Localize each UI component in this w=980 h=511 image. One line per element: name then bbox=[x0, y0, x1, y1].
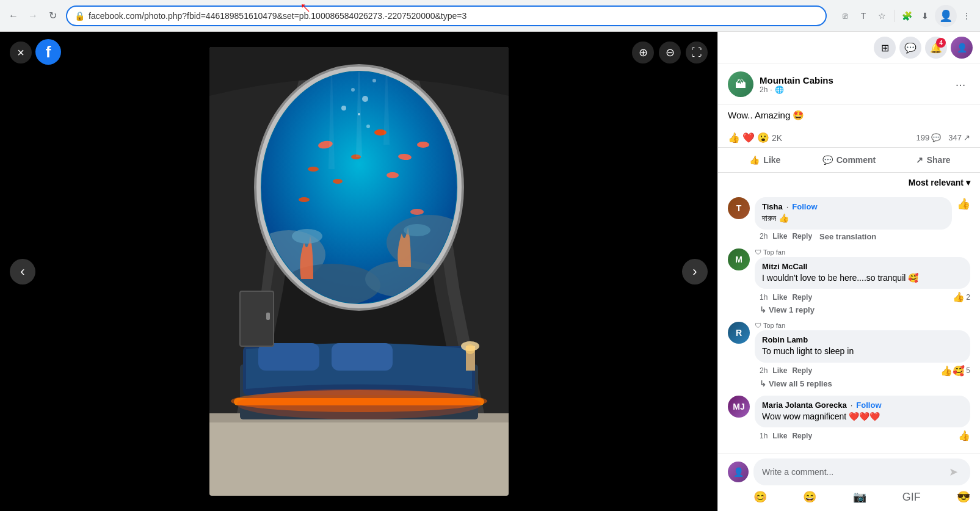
photo-svg bbox=[209, 47, 509, 496]
notifications-button[interactable]: 🔔 4 bbox=[925, 37, 947, 59]
svg-point-41 bbox=[465, 344, 475, 354]
like-reaction-icon: 👍 bbox=[728, 132, 740, 143]
comment-button[interactable]: 💬 Comment bbox=[807, 150, 891, 170]
tisha-see-translation[interactable]: See translation bbox=[819, 232, 876, 241]
browser-nav-buttons: ← → ↻ bbox=[5, 7, 61, 24]
photo-viewer: × f ⊕ ⊖ ⛶ ‹ bbox=[0, 32, 717, 511]
mitzi-name[interactable]: Mitzi McCall bbox=[762, 262, 807, 271]
page-avatar-icon: 🏔 bbox=[735, 78, 746, 91]
apps-button[interactable]: ⊞ bbox=[874, 37, 896, 59]
robin-view-replies[interactable]: ↳ View all 5 replies bbox=[755, 379, 970, 388]
like-button-label: Like bbox=[763, 155, 780, 165]
robin-reaction-number: 5 bbox=[966, 366, 970, 375]
address-bar-input[interactable] bbox=[89, 11, 818, 21]
forward-button[interactable]: → bbox=[24, 7, 42, 24]
bookmark-button[interactable]: ☆ bbox=[873, 7, 890, 24]
comment-robin: R 🛡 Top fan Robin Lamb To much light to … bbox=[728, 322, 970, 388]
post-info: Mountain Cabins 2h · 🌐 bbox=[760, 75, 945, 94]
share-count[interactable]: 347 ↗ bbox=[948, 133, 970, 142]
mitzi-comment-text: I wouldn't love to be here....so tranqui… bbox=[762, 272, 963, 284]
wow-reaction-icon: 😮 bbox=[757, 132, 769, 143]
reaction-count[interactable]: 2K bbox=[772, 133, 782, 143]
top-fan-label: Top fan bbox=[763, 248, 785, 256]
like-button[interactable]: 👍 Like bbox=[723, 150, 807, 170]
robin-avatar[interactable]: R bbox=[728, 322, 750, 344]
comment-count[interactable]: 199 💬 bbox=[916, 133, 942, 142]
divider bbox=[894, 10, 895, 22]
prev-photo-button[interactable]: ‹ bbox=[10, 259, 35, 284]
refresh-button[interactable]: ↻ bbox=[44, 7, 61, 24]
tisha-reply-btn[interactable]: Reply bbox=[792, 232, 812, 241]
emoji-faces-tool[interactable]: 😊 bbox=[753, 490, 767, 504]
emoji-smile-tool[interactable]: 😄 bbox=[803, 490, 816, 504]
comment-icon: 💬 bbox=[931, 133, 941, 142]
extensions-button[interactable]: 🧩 bbox=[898, 7, 915, 24]
mitzi-reaction-emoji: 👍 bbox=[953, 291, 965, 303]
robin-comment-actions: 2h Like Reply 👍🥰 5 bbox=[755, 365, 970, 377]
zoom-in-button[interactable]: ⊕ bbox=[632, 42, 654, 63]
menu-button[interactable]: ⋮ bbox=[958, 7, 975, 24]
maria-name[interactable]: Maria Jolanta Gorecka bbox=[762, 400, 847, 410]
address-bar-container[interactable]: 🔒 bbox=[66, 5, 827, 26]
current-user-avatar: 👤 bbox=[728, 462, 749, 482]
reactions-row: 👍 ❤️ 😮 2K 199 💬 347 ↗ bbox=[718, 128, 980, 148]
svg-point-20 bbox=[387, 172, 399, 178]
robin-reply-btn[interactable]: Reply bbox=[792, 366, 812, 375]
post-text: Wow.. Amazing 🤩 bbox=[718, 105, 980, 128]
post-header: 🏔 Mountain Cabins 2h · 🌐 ··· bbox=[718, 64, 980, 105]
send-comment-button[interactable]: ➤ bbox=[945, 463, 962, 480]
photo-controls: ⊕ ⊖ ⛶ bbox=[632, 42, 708, 63]
tisha-reaction: 👍 bbox=[957, 197, 970, 241]
cast-button[interactable]: ⎚ bbox=[837, 7, 854, 24]
robin-name[interactable]: Robin Lamb bbox=[762, 335, 808, 344]
tisha-time: 2h bbox=[760, 232, 768, 241]
user-profile-button[interactable]: 👤 bbox=[951, 37, 973, 59]
comment-button-label: Comment bbox=[837, 155, 876, 165]
share-button[interactable]: ↗ Share bbox=[891, 150, 975, 170]
zoom-out-button[interactable]: ⊖ bbox=[659, 42, 681, 63]
maria-follow-link[interactable]: Follow bbox=[856, 400, 881, 410]
user-avatar-icon: 👤 bbox=[957, 43, 967, 53]
tisha-like-btn[interactable]: Like bbox=[772, 232, 787, 241]
svg-point-24 bbox=[410, 209, 424, 215]
tisha-avatar[interactable]: T bbox=[728, 197, 750, 219]
like-button-icon: 👍 bbox=[749, 155, 760, 165]
profile-avatar[interactable]: 👤 bbox=[935, 5, 957, 27]
maria-like-btn[interactable]: Like bbox=[772, 432, 787, 440]
back-button[interactable]: ← bbox=[5, 7, 22, 24]
svg-point-22 bbox=[417, 142, 429, 148]
share-button-icon: ↗ bbox=[916, 155, 923, 165]
sort-row[interactable]: Most relevant ▾ bbox=[718, 173, 980, 192]
post-meta: 2h · 🌐 bbox=[760, 85, 945, 94]
maria-avatar[interactable]: MJ bbox=[728, 396, 750, 418]
next-photo-button[interactable]: › bbox=[682, 259, 708, 284]
tisha-comment-bubble: Tisha · Follow দারুন 👍 bbox=[755, 197, 952, 230]
mitzi-like-btn[interactable]: Like bbox=[772, 293, 787, 302]
messenger-button[interactable]: 💬 bbox=[899, 37, 921, 59]
fullscreen-button[interactable]: ⛶ bbox=[686, 42, 708, 63]
close-button[interactable]: × bbox=[10, 42, 32, 63]
comments-area: T Tisha · Follow দারুন 👍 2h Like Reply bbox=[718, 192, 980, 453]
more-options-button[interactable]: ··· bbox=[951, 74, 970, 94]
tisha-name[interactable]: Tisha bbox=[762, 202, 783, 211]
page-name[interactable]: Mountain Cabins bbox=[760, 75, 945, 85]
maria-reply-btn[interactable]: Reply bbox=[792, 432, 812, 440]
robin-reaction-emoji: 👍🥰 bbox=[940, 365, 965, 377]
translate-button[interactable]: T bbox=[855, 7, 872, 24]
comment-input-box[interactable]: Write a comment... ➤ bbox=[753, 458, 970, 485]
mitzi-reply-btn[interactable]: Reply bbox=[792, 293, 812, 302]
photo-attach-tool[interactable]: 📷 bbox=[853, 490, 866, 504]
mitzi-avatar[interactable]: M bbox=[728, 248, 750, 270]
mitzi-top-fan-badge: 🛡 Top fan bbox=[755, 248, 970, 256]
gif-tool[interactable]: GIF bbox=[902, 491, 921, 504]
tisha-comment-body: Tisha · Follow দারুন 👍 2h Like Reply See… bbox=[755, 197, 952, 241]
tisha-follow-link[interactable]: Follow bbox=[792, 202, 817, 211]
tisha-comment-text: দারুন 👍 bbox=[762, 212, 945, 225]
page-avatar: 🏔 bbox=[728, 71, 753, 97]
download-button[interactable]: ⬇ bbox=[916, 7, 934, 24]
robin-comment-body: 🛡 Top fan Robin Lamb To much light to sl… bbox=[755, 322, 970, 388]
mitzi-view-replies[interactable]: ↳ View 1 reply bbox=[755, 305, 970, 314]
sticker-tool[interactable]: 😎 bbox=[957, 490, 970, 504]
robin-like-btn[interactable]: Like bbox=[772, 366, 787, 375]
comment-count-value: 199 bbox=[916, 133, 930, 142]
